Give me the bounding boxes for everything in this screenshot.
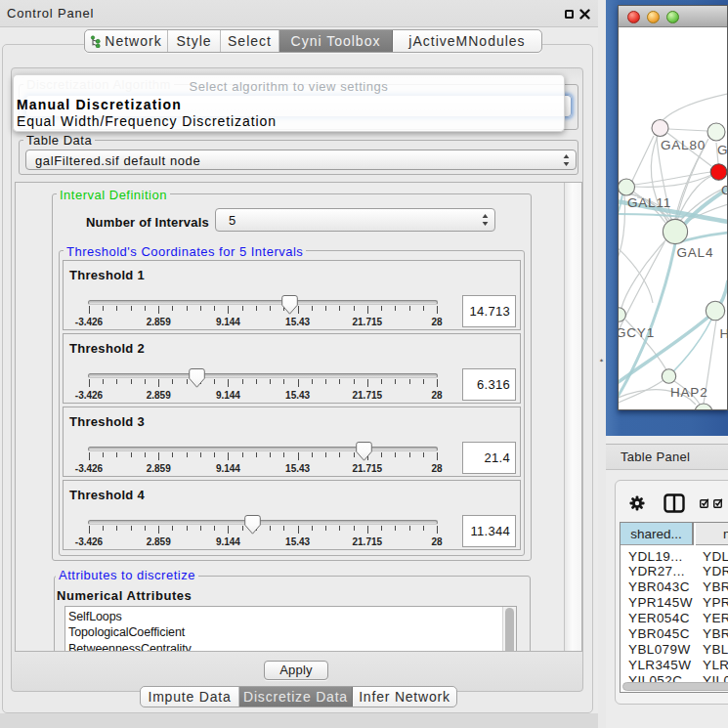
float-icon[interactable] — [565, 10, 574, 19]
slider-track[interactable] — [88, 447, 438, 452]
table-panel-title: Table Panel — [621, 450, 690, 464]
network-node-GAL80-neighbor-pink[interactable] — [652, 120, 668, 137]
number-of-intervals-value: 5 — [229, 213, 236, 228]
column-header-name[interactable]: name — [696, 523, 728, 545]
popup-item-manual-discretization[interactable]: Manual Discretization — [14, 96, 564, 113]
slider-tick — [214, 306, 215, 312]
tab-select[interactable]: Select — [221, 30, 279, 52]
slider-tick — [242, 452, 243, 458]
slider-tick — [256, 379, 257, 385]
tab-network-label: Network — [105, 30, 161, 52]
tab-cyni-toolbox[interactable]: Cyni Toolbox — [279, 30, 393, 52]
slider-tick — [312, 379, 313, 385]
unselect-all-checkbox-icon[interactable] — [713, 498, 723, 508]
table-row[interactable]: YER054CYER054C — [621, 611, 728, 626]
network-node-HAP2[interactable] — [662, 369, 675, 383]
network-node-GCY1[interactable] — [619, 308, 625, 322]
apply-button[interactable]: Apply — [264, 661, 328, 680]
table-row[interactable]: YDL19...YDL194W — [621, 549, 728, 565]
attributes-listbox[interactable]: SelfLoopsTopologicalCoefficientBetweenne… — [64, 606, 517, 652]
slider-thumb[interactable] — [244, 515, 261, 535]
network-edge[interactable] — [663, 94, 727, 120]
attributes-list-scrollbar[interactable] — [502, 607, 516, 652]
table-row[interactable]: YLR345WYLR345W — [621, 658, 728, 673]
attribute-list-item[interactable]: SelfLoops — [68, 609, 122, 624]
tab-infer-network[interactable]: Infer Network — [353, 687, 456, 707]
network-node-red-node[interactable] — [710, 164, 727, 181]
popup-item-placeholder[interactable]: Select algorithm to view settings — [14, 78, 564, 96]
cell-name: YPR145W — [703, 595, 728, 610]
settings-scrollbar[interactable] — [564, 183, 582, 651]
network-desktop: GAL80GACGAL11GAL4GCY1HHAP2 — [606, 0, 728, 436]
number-of-intervals-combobox[interactable]: 5 — [215, 208, 495, 232]
attribute-list-item[interactable]: BetweennessCentrality — [68, 641, 192, 652]
slider-tick — [187, 306, 188, 312]
slider-tick — [395, 379, 396, 385]
slider-tick — [437, 452, 438, 460]
table-row[interactable]: YDR27...YDR277C — [621, 564, 728, 579]
close-traffic-light[interactable] — [627, 11, 640, 23]
tab-jactivemnodules[interactable]: jActiveMNodules — [393, 30, 541, 52]
tab-discretize-data[interactable]: Discretize Data — [239, 687, 353, 707]
control-panel-tabbar: Network Style Select Cyni Toolbox jActiv… — [84, 29, 542, 53]
table-row[interactable]: YBR045CYBR045C — [621, 626, 728, 642]
network-edge-highlighted[interactable] — [619, 214, 684, 217]
table-row[interactable]: YPR145WYPR145W — [621, 595, 728, 611]
tab-impute-data[interactable]: Impute Data — [141, 687, 239, 707]
network-edge[interactable] — [621, 239, 666, 308]
panel-splitter[interactable]: ✶ — [598, 0, 606, 728]
slider-track[interactable] — [88, 520, 438, 526]
network-edge[interactable] — [632, 136, 654, 181]
attribute-list-item[interactable]: TopologicalCoefficient — [68, 624, 185, 640]
close-icon[interactable] — [579, 8, 591, 20]
column-header-shared-name[interactable]: shared... — [621, 523, 694, 545]
network-node-top-right-green[interactable] — [707, 123, 725, 141]
threshold-value-field[interactable]: 14.713 — [462, 295, 516, 327]
slider-tick — [283, 379, 284, 385]
gear-icon[interactable] — [629, 495, 645, 511]
table-row[interactable]: YBL079WYBL079W — [621, 642, 728, 658]
tab-network[interactable]: Network — [85, 30, 168, 52]
zoom-traffic-light[interactable] — [666, 11, 679, 23]
slider-track[interactable] — [88, 373, 438, 379]
network-node-bottom-cut-node[interactable] — [695, 404, 712, 409]
splitter-grip-icon[interactable]: ✶ — [599, 358, 604, 364]
network-edge-highlighted[interactable] — [668, 313, 714, 376]
slider-thumb[interactable] — [356, 442, 372, 461]
attributes-group-title: Attributes to discretize — [56, 569, 198, 582]
slider-tick-label: -3.426 — [75, 317, 103, 327]
slider-tick-label: 2.859 — [147, 463, 171, 474]
network-node-GAL4[interactable] — [663, 219, 687, 243]
slider-tick — [381, 379, 382, 385]
select-all-checkbox-icon[interactable] — [700, 498, 709, 508]
table-data-combobox[interactable]: galFiltered.sif default node — [25, 150, 577, 170]
slider-tick — [270, 306, 271, 312]
attributes-clip: Attributes to discretize Numerical Attri… — [16, 569, 563, 652]
settings-scrollpane: Interval Definition Number of Intervals … — [15, 182, 582, 652]
slider-thumb[interactable] — [281, 295, 298, 315]
slider-tick-label: 2.859 — [147, 390, 171, 401]
split-panel-icon[interactable] — [664, 493, 685, 513]
threshold-value-field[interactable]: 6.316 — [462, 368, 516, 401]
slider-tick — [270, 526, 271, 532]
table-row[interactable]: YIL052CYIL052C — [621, 673, 728, 682]
table-hscroll-thumb[interactable] — [622, 682, 728, 691]
network-node-H-node[interactable] — [706, 301, 724, 320]
threshold-value-field[interactable]: 21.4 — [462, 442, 516, 474]
network-canvas[interactable]: GAL80GACGAL11GAL4GCY1HHAP2 — [619, 27, 727, 409]
network-edge[interactable] — [635, 175, 711, 187]
interval-definition-group-title: Interval Definition — [57, 188, 170, 202]
slider-track[interactable] — [88, 300, 438, 306]
attributes-list-scroll-thumb[interactable] — [505, 608, 514, 652]
threshold-value-field[interactable]: 11.344 — [462, 515, 516, 547]
tab-style[interactable]: Style — [168, 30, 221, 52]
popup-item-equal-width[interactable]: Equal Width/Frequency Discretization — [14, 112, 564, 130]
network-node-GAL11[interactable] — [619, 179, 635, 195]
slider-thumb[interactable] — [189, 368, 205, 388]
table-row[interactable]: YBR043CYBR043C — [621, 579, 728, 595]
network-edge[interactable] — [668, 129, 707, 131]
minimize-traffic-light[interactable] — [647, 11, 660, 23]
network-edge[interactable] — [634, 172, 711, 185]
threshold-panel: Threshold 4-3.4262.8599.14415.4321.71528… — [63, 480, 521, 550]
network-node-label: H — [720, 326, 728, 341]
